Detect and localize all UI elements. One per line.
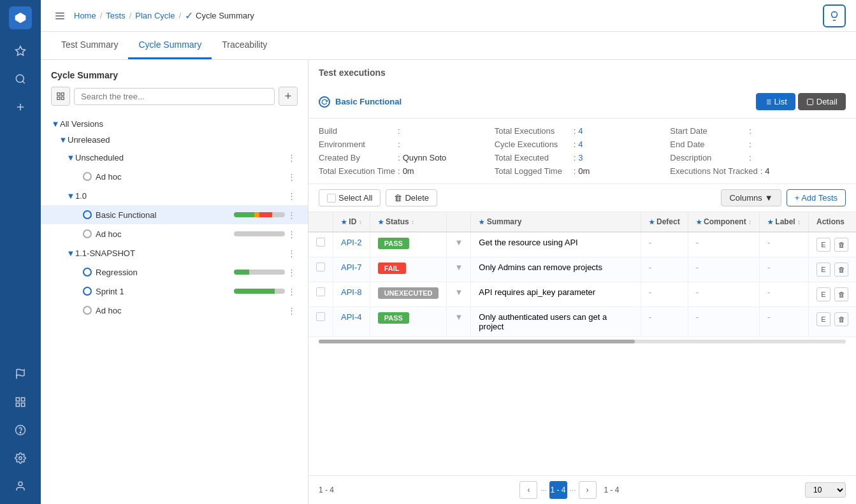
scroll-thumb[interactable] bbox=[319, 340, 635, 343]
settings-icon[interactable] bbox=[9, 447, 32, 470]
row-id-api8: API-8 bbox=[333, 282, 370, 307]
bulb-button[interactable] bbox=[823, 4, 846, 27]
tree-item-1-1-snapshot[interactable]: ▼ 1.1-SNAPSHOT ⋮ bbox=[41, 243, 308, 263]
tree-toggle-unreleased[interactable]: ▼ bbox=[59, 136, 68, 145]
id-link-api2[interactable]: API-2 bbox=[341, 238, 362, 247]
select-all-checkbox[interactable] bbox=[327, 194, 336, 203]
edit-icon-api7[interactable]: E bbox=[816, 263, 831, 277]
adhoc2-menu-icon[interactable]: ⋮ bbox=[285, 227, 298, 240]
tree-toggle-all-versions[interactable]: ▼ bbox=[51, 120, 60, 129]
bar-orange bbox=[254, 212, 259, 217]
star-icon[interactable] bbox=[9, 40, 32, 62]
user-icon[interactable] bbox=[9, 475, 32, 498]
tree-toggle-1-1[interactable]: ▼ bbox=[66, 248, 75, 257]
cycle-icon-adhoc2 bbox=[83, 229, 92, 238]
list-view-button[interactable]: List bbox=[756, 93, 795, 110]
id-link-api7[interactable]: API-7 bbox=[341, 263, 362, 272]
th-status[interactable]: ★ Status ↕ bbox=[370, 212, 447, 232]
hamburger-menu[interactable] bbox=[51, 7, 69, 25]
checkbox-api2[interactable] bbox=[316, 238, 325, 247]
th-id[interactable]: ★ ID ↕ bbox=[333, 212, 370, 232]
row-chevron-api4[interactable]: ▼ bbox=[447, 307, 471, 337]
tree-toggle-1-0[interactable]: ▼ bbox=[66, 191, 75, 200]
grid-icon[interactable] bbox=[9, 391, 32, 414]
row-chevron-api8[interactable]: ▼ bbox=[447, 282, 471, 307]
basic-functional-menu-icon[interactable]: ⋮ bbox=[285, 208, 298, 221]
checkbox-api4[interactable] bbox=[316, 312, 325, 321]
adhoc1-menu-icon[interactable]: ⋮ bbox=[285, 170, 298, 183]
unscheduled-menu-icon[interactable]: ⋮ bbox=[285, 151, 298, 164]
adhoc3-menu-icon[interactable]: ⋮ bbox=[285, 304, 298, 317]
edit-icon-api2[interactable]: E bbox=[816, 238, 831, 252]
page-dots-left: ··· bbox=[540, 486, 546, 494]
columns-button[interactable]: Columns ▼ bbox=[721, 189, 781, 206]
tree-item-unreleased[interactable]: ▼ Unreleased bbox=[41, 132, 308, 148]
meta-created-by: Created By : Quynn Soto bbox=[319, 153, 495, 162]
add-icon[interactable] bbox=[9, 96, 32, 119]
th-summary[interactable]: ★ Summary bbox=[471, 212, 641, 232]
horizontal-scrollbar[interactable] bbox=[319, 340, 846, 343]
tree-item-all-versions[interactable]: ▼ All Versions bbox=[41, 116, 308, 132]
sprint1-menu-icon[interactable]: ⋮ bbox=[285, 285, 298, 298]
breadcrumb-tests[interactable]: Tests bbox=[106, 11, 125, 20]
row-checkbox-api8 bbox=[308, 282, 333, 307]
next-page-button[interactable]: › bbox=[579, 481, 597, 499]
logo-icon[interactable] bbox=[9, 6, 32, 29]
regression-bar bbox=[234, 270, 285, 275]
tree-item-unscheduled[interactable]: ▼ Unscheduled ⋮ bbox=[41, 148, 308, 167]
table-row: API-4 PASS ▼ Only authenticated users ca… bbox=[308, 307, 856, 337]
row-summary-api4: Only authenticated users can get a proje… bbox=[471, 307, 641, 337]
delete-button[interactable]: 🗑 Delete bbox=[386, 189, 437, 206]
tree-item-1-0[interactable]: ▼ 1.0 ⋮ bbox=[41, 186, 308, 205]
th-label[interactable]: ★ Label ↕ bbox=[759, 212, 808, 232]
tree-item-sprint-1[interactable]: Sprint 1 ⋮ bbox=[41, 282, 308, 301]
tab-cycle-summary[interactable]: Cycle Summary bbox=[128, 32, 212, 59]
prev-page-button[interactable]: ‹ bbox=[519, 481, 537, 499]
select-all-button[interactable]: Select All bbox=[319, 189, 381, 206]
delete-icon-api8[interactable]: 🗑 bbox=[834, 287, 848, 301]
tree-toggle-unscheduled[interactable]: ▼ bbox=[66, 153, 75, 162]
svg-rect-13 bbox=[61, 93, 64, 96]
regression-menu-icon[interactable]: ⋮ bbox=[285, 266, 298, 278]
th-component-sort: ↕ bbox=[748, 219, 751, 226]
checkbox-api7[interactable] bbox=[316, 263, 325, 271]
1-0-menu-icon[interactable]: ⋮ bbox=[285, 189, 298, 202]
detail-view-button[interactable]: Detail bbox=[798, 93, 846, 110]
1-1-menu-icon[interactable]: ⋮ bbox=[285, 247, 298, 259]
tree-item-regression[interactable]: Regression ⋮ bbox=[41, 263, 308, 282]
svg-point-11 bbox=[18, 482, 22, 486]
delete-icon-api2[interactable]: 🗑 bbox=[834, 238, 848, 252]
tab-test-summary[interactable]: Test Summary bbox=[51, 32, 128, 59]
executions-table-wrapper: ★ ID ↕ ★ Status ↕ ★ bbox=[308, 212, 856, 475]
tree-add-button[interactable]: + bbox=[279, 87, 298, 106]
help-icon[interactable] bbox=[9, 419, 32, 442]
tree-item-adhoc-1-0[interactable]: Ad hoc ⋮ bbox=[41, 224, 308, 243]
id-link-api8[interactable]: API-8 bbox=[341, 287, 362, 297]
svg-rect-15 bbox=[57, 97, 60, 99]
current-page-button[interactable]: 1 - 4 bbox=[549, 481, 567, 499]
search-icon[interactable] bbox=[9, 68, 32, 90]
tree-list-icon[interactable] bbox=[51, 87, 70, 106]
checkbox-api8[interactable] bbox=[316, 287, 325, 296]
row-chevron-api2[interactable]: ▼ bbox=[447, 232, 471, 257]
tree-item-basic-functional[interactable]: Basic Functional ⋮ bbox=[41, 205, 308, 224]
breadcrumb-home[interactable]: Home bbox=[74, 11, 96, 20]
tree-item-adhoc-unscheduled[interactable]: Ad hoc ⋮ bbox=[41, 167, 308, 186]
tree-search-input[interactable] bbox=[74, 88, 275, 105]
delete-icon-api7[interactable]: 🗑 bbox=[834, 263, 848, 277]
th-defect[interactable]: ★ Defect bbox=[641, 212, 688, 232]
add-tests-button[interactable]: + Add Tests bbox=[787, 189, 846, 206]
row-chevron-api7[interactable]: ▼ bbox=[447, 257, 471, 282]
th-component[interactable]: ★ Component ↕ bbox=[688, 212, 759, 232]
breadcrumb-plan-cycle[interactable]: Plan Cycle bbox=[135, 11, 175, 20]
tree-item-adhoc-1-1[interactable]: Ad hoc ⋮ bbox=[41, 301, 308, 320]
delete-icon-api4[interactable]: 🗑 bbox=[834, 312, 848, 326]
tab-traceability[interactable]: Traceability bbox=[212, 32, 277, 59]
per-page-select[interactable]: 10 20 50 bbox=[805, 482, 846, 498]
row-id-api4: API-4 bbox=[333, 307, 370, 337]
edit-icon-api4[interactable]: E bbox=[816, 312, 831, 326]
flag-icon[interactable] bbox=[9, 363, 32, 385]
row-checkbox-api2 bbox=[308, 232, 333, 257]
edit-icon-api8[interactable]: E bbox=[816, 287, 831, 301]
id-link-api4[interactable]: API-4 bbox=[341, 312, 362, 322]
